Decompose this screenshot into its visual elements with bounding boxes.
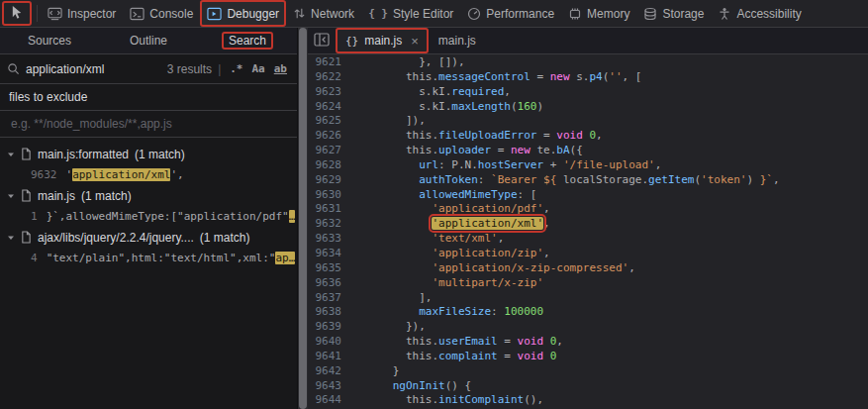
code-line-content: this.initComplaint(), <box>353 393 868 408</box>
line-number[interactable]: 9623 <box>308 85 353 100</box>
tool-tab-network[interactable]: Network <box>286 0 361 27</box>
element-picker-icon <box>10 5 25 23</box>
line-number[interactable]: 9639 <box>308 320 353 335</box>
tool-tab-performance[interactable]: Performance <box>460 0 561 27</box>
code-line: 9637 ], <box>308 291 868 306</box>
result-preview-text: }`,allowedMimeType:["application/pdf" <box>47 210 289 223</box>
code-line-content: this.uploader = new te.bA({ <box>353 144 868 158</box>
line-number[interactable]: 9634 <box>308 247 353 261</box>
accessibility-icon <box>718 7 731 21</box>
search-result-match[interactable]: 1}`,allowedMimeType:["application/pdf"… <box>0 206 297 227</box>
storage-icon <box>643 7 657 21</box>
line-number[interactable]: 9638 <box>308 305 353 320</box>
code-line-content: this.userEmail = void 0, <box>353 335 868 350</box>
search-results-list: main.js:formatted(1 match)9632'applicati… <box>0 138 297 409</box>
source-tab-main-js[interactable]: main.js <box>429 28 486 53</box>
left-panel-scrollbar[interactable] <box>297 28 308 409</box>
network-icon <box>293 7 306 20</box>
scrollbar-thumb[interactable] <box>299 28 307 409</box>
collapse-pane-icon <box>314 33 330 50</box>
tool-tab-console[interactable]: Console <box>123 0 200 27</box>
line-number[interactable]: 9626 <box>308 129 353 144</box>
chevron-down-icon[interactable] <box>7 234 15 242</box>
search-result-file[interactable]: main.js:formatted(1 match) <box>0 144 297 164</box>
case-sensitive-toggle[interactable]: Aa <box>249 61 268 76</box>
tool-tab-storage[interactable]: Storage <box>636 0 711 27</box>
code-line-content: } <box>353 364 868 379</box>
matched-text: … <box>289 210 296 223</box>
whole-word-toggle[interactable]: ab <box>271 61 290 76</box>
tool-tab-inspector[interactable]: Inspector <box>41 0 123 27</box>
code-line: 9642 } <box>308 364 868 379</box>
toggle-separator: | <box>216 62 223 76</box>
performance-icon <box>467 7 481 21</box>
line-number[interactable]: 9628 <box>308 158 353 173</box>
line-number[interactable]: 9637 <box>308 291 353 306</box>
result-preview-text: ', <box>170 168 183 181</box>
collapse-sources-pane-button[interactable] <box>308 28 336 53</box>
element-picker-button[interactable] <box>2 1 32 26</box>
line-number[interactable]: 9627 <box>308 144 353 158</box>
line-number[interactable]: 9630 <box>308 188 353 203</box>
panel-tab-outline[interactable]: Outline <box>99 28 198 53</box>
search-input[interactable] <box>24 61 163 77</box>
line-number[interactable]: 9625 <box>308 114 353 129</box>
code-editor[interactable]: 9621 }, []),9622 this.messageControl = n… <box>308 54 868 409</box>
panel-tab-sources[interactable]: Sources <box>0 28 99 53</box>
line-number[interactable]: 9622 <box>308 70 353 85</box>
chevron-down-icon[interactable] <box>7 151 15 158</box>
code-line-content: 'text/xml', <box>353 232 868 247</box>
code-line-content: maxFileSize: 100000 <box>353 305 868 320</box>
tool-tab-memory[interactable]: Memory <box>561 0 636 27</box>
search-result-file[interactable]: ajax/libs/jquery/2.2.4/jquery....(1 matc… <box>0 227 297 248</box>
line-number[interactable]: 9636 <box>308 276 353 291</box>
line-number[interactable]: 9633 <box>308 232 353 247</box>
file-icon <box>21 189 32 202</box>
memory-icon <box>568 7 582 21</box>
line-number[interactable]: 9624 <box>308 100 353 115</box>
code-line: 9629 authToken: `Bearer ${ localStorage.… <box>308 173 868 188</box>
code-line: 9627 this.uploader = new te.bA({ <box>308 144 868 158</box>
style-editor-icon: { } <box>368 7 388 20</box>
panel-tab-search[interactable]: Search <box>198 28 297 53</box>
line-number[interactable]: 9644 <box>308 393 353 408</box>
tool-tab-label: Console <box>149 7 193 21</box>
search-result-match[interactable]: 4"text/plain",html:"text/html",xml:"ap… <box>0 248 297 268</box>
search-toggles: .*Aaab <box>227 61 290 76</box>
code-line: 9634 'application/zip', <box>308 247 868 261</box>
regex-toggle[interactable]: .* <box>227 61 245 76</box>
code-line-content: this.complaint = void 0 <box>353 350 868 364</box>
code-line-content: authToken: `Bearer ${ localStorage.getIt… <box>353 173 868 188</box>
line-number[interactable]: 9621 <box>308 55 353 70</box>
tool-tab-label: Network <box>311 7 354 21</box>
search-result-file[interactable]: main.js(1 match) <box>0 185 297 206</box>
code-line-content: this.messageControl = new s.p4('', [ <box>353 70 868 85</box>
search-result-match[interactable]: 9632'application/xml', <box>0 164 297 185</box>
code-line: 9641 this.complaint = void 0 <box>308 350 868 364</box>
tool-tab-label: Style Editor <box>393 7 453 21</box>
code-line-content: allowedMimeType: [ <box>353 188 868 203</box>
line-number[interactable]: 9635 <box>308 261 353 276</box>
chevron-down-icon[interactable] <box>7 192 15 200</box>
result-file-name: main.js:formatted <box>38 148 129 161</box>
line-number[interactable]: 9631 <box>308 202 353 217</box>
files-to-exclude-input[interactable] <box>9 116 288 132</box>
line-number[interactable]: 9642 <box>308 364 353 379</box>
files-to-exclude-label[interactable]: files to exclude <box>0 84 297 111</box>
close-tab-icon[interactable]: × <box>411 34 419 49</box>
code-line: 9640 this.userEmail = void 0, <box>308 335 868 350</box>
line-number[interactable]: 9629 <box>308 173 353 188</box>
code-line: 9635 'application/x-zip-compressed', <box>308 261 868 276</box>
results-count: 3 results <box>167 62 212 76</box>
tool-tab-accessibility[interactable]: Accessibility <box>711 0 808 27</box>
source-tab-main-js[interactable]: {}main.js× <box>336 28 429 53</box>
matched-text: ap… <box>275 252 295 264</box>
tool-tab-style-editor[interactable]: { }Style Editor <box>361 0 460 27</box>
line-number[interactable]: 9640 <box>308 335 353 350</box>
line-number[interactable]: 9632 <box>308 217 353 232</box>
code-line: 9623 s.kI.required, <box>308 85 868 100</box>
line-number[interactable]: 9643 <box>308 379 353 394</box>
search-icon <box>7 62 20 75</box>
tool-tab-debugger[interactable]: Debugger <box>200 0 286 27</box>
line-number[interactable]: 9641 <box>308 350 353 364</box>
